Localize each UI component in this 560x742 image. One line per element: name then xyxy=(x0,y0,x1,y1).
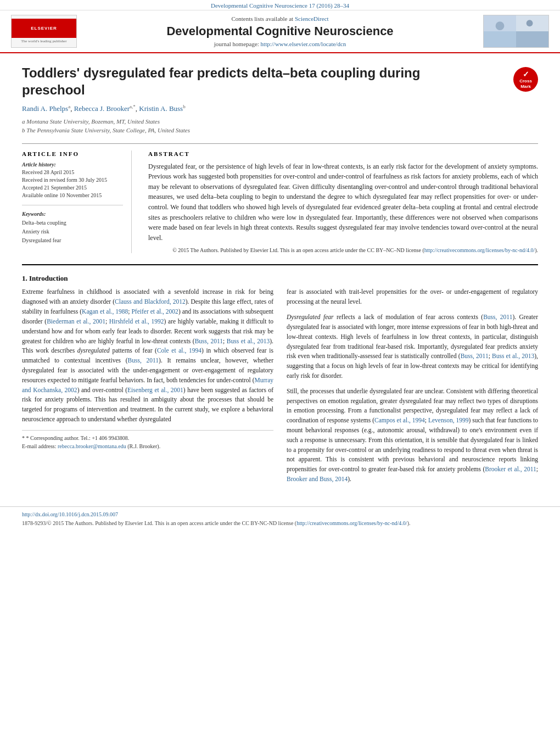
body-para-1: Extreme fearfulness in childhood is asso… xyxy=(22,287,273,424)
ref-buss2011c[interactable]: Buss, 2011 xyxy=(483,314,512,320)
bottom-bar: http://dx.doi.org/10.1016/j.dcn.2015.09.… xyxy=(0,506,560,532)
crossmark-badge[interactable]: ✓ CrossMark xyxy=(513,67,538,92)
journal-header: ELSEVIER The world's leading publisher C… xyxy=(0,10,560,53)
ref-eisenberg[interactable]: Eisenberg et al., 2001 xyxy=(127,387,183,393)
keyword-2: Anxiety risk xyxy=(22,227,123,236)
ref-hirshfeld[interactable]: Hirshfeld et al., 1992 xyxy=(109,318,164,325)
open-access-text: © 2015 The Authors. Published by Elsevie… xyxy=(172,247,538,253)
affiliation-b: b The Pennsylvania State University, Sta… xyxy=(22,126,538,135)
ref-clauss[interactable]: Clauss and Blackford, 2012 xyxy=(115,298,186,305)
footnote-corresponding: * * Corresponding author. Tel.: +1 406 9… xyxy=(22,434,273,442)
svg-point-5 xyxy=(496,21,505,30)
body-separator xyxy=(22,264,538,265)
elsevier-logo-area: ELSEVIER The world's leading publisher xyxy=(11,15,82,48)
ref-buss2013b[interactable]: Buss et al., 2013 xyxy=(492,353,534,359)
body-left-col: Extreme fearfulness in childhood is asso… xyxy=(22,287,273,489)
affiliations: a Montana State University, Bozeman, MT,… xyxy=(22,117,538,135)
history-label: Article history: xyxy=(22,161,123,168)
received-date: Received 28 April 2015 xyxy=(22,169,123,176)
article-info-column: ARTICLE INFO Article history: Received 2… xyxy=(22,150,132,254)
ref-brooker2011[interactable]: Brooker et al., 2011 xyxy=(485,466,536,472)
footnote-name: (R.J. Brooker). xyxy=(127,443,160,449)
contents-available-line: Contents lists available at ScienceDirec… xyxy=(82,15,478,22)
ref-buss2013[interactable]: Buss et al., 2013 xyxy=(227,338,270,344)
revised-date: Received in revised form 30 July 2015 xyxy=(22,176,123,184)
journal-title: Developmental Cognitive Neuroscience xyxy=(82,24,478,38)
article-history: Article history: Received 28 April 2015 … xyxy=(22,161,123,199)
authors-line: Randi A. Phelpsa, Rebecca J. Brookera,*,… xyxy=(22,104,538,113)
article-title: Toddlers' dysregulated fear predicts del… xyxy=(22,64,472,98)
body-para-3: Dysregulated fear reflects a lack of mod… xyxy=(287,313,538,381)
article-title-section: Toddlers' dysregulated fear predicts del… xyxy=(22,64,538,98)
accepted-date: Accepted 21 September 2015 xyxy=(22,184,123,192)
ref-buss2011b[interactable]: Buss, 2011 xyxy=(128,357,159,364)
open-access-line: © 2015 The Authors. Published by Elsevie… xyxy=(148,247,538,253)
footnote-star-symbol: * xyxy=(22,435,26,441)
info-divider xyxy=(22,205,123,205)
journal-cover-image xyxy=(483,15,549,48)
body-two-columns: Extreme fearfulness in childhood is asso… xyxy=(22,287,538,489)
ref-pfeifer[interactable]: Pfeifer et al., 2002 xyxy=(131,308,178,315)
body-para-4: Still, the processes that underlie dysre… xyxy=(287,387,538,484)
article-info-header: ARTICLE INFO xyxy=(22,150,123,157)
ref-levenson[interactable]: Levenson, 1999 xyxy=(428,417,469,423)
affiliation-a: a Montana State University, Bozeman, MT,… xyxy=(22,117,538,126)
ref-buss2011d[interactable]: Buss, 2011 xyxy=(461,353,489,359)
intro-section-title: 1. Introduction xyxy=(22,274,538,283)
journal-citation: Developmental Cognitive Neuroscience 17 … xyxy=(211,2,349,9)
svg-rect-4 xyxy=(516,31,548,48)
keyword-3: Dysregulated fear xyxy=(22,236,123,245)
ref-biederman[interactable]: Biederman et al., 2001 xyxy=(47,318,105,325)
doi-link[interactable]: http://dx.doi.org/10.1016/j.dcn.2015.09.… xyxy=(22,511,538,517)
email-label: E-mail address: xyxy=(22,443,56,449)
footnote-author-info: * Corresponding author. Tel.: +1 406 994… xyxy=(26,435,130,441)
elsevier-logo: ELSEVIER The world's leading publisher xyxy=(11,15,77,48)
cc-license-link[interactable]: http://creativecommons.org/licenses/by-n… xyxy=(424,247,535,253)
author-buss[interactable]: Kristin A. Buss xyxy=(139,105,183,113)
keyword-1: Delta–beta coupling xyxy=(22,219,123,227)
ref-kagan[interactable]: Kagan et al., 1988 xyxy=(82,308,128,315)
journal-center-info: Contents lists available at ScienceDirec… xyxy=(82,15,478,47)
abstract-column: ABSTRACT Dysregulated fear, or the persi… xyxy=(148,150,538,254)
abstract-text: Dysregulated fear, or the persistence of… xyxy=(148,161,538,243)
ref-cole[interactable]: Cole et al., 1994 xyxy=(157,347,201,354)
available-date: Available online 10 November 2015 xyxy=(22,192,123,199)
homepage-line: journal homepage: http://www.elsevier.co… xyxy=(82,41,478,47)
ref-campos[interactable]: Campos et al., 1994 xyxy=(374,417,425,423)
article-info-abstract: ARTICLE INFO Article history: Received 2… xyxy=(22,143,538,254)
journal-citation-bar: Developmental Cognitive Neuroscience 17 … xyxy=(0,0,560,10)
ref-brooker-buss[interactable]: Brooker and Buss, 2014 xyxy=(287,476,348,482)
homepage-link[interactable]: http://www.elsevier.com/locate/dcn xyxy=(261,41,346,47)
svg-rect-3 xyxy=(484,31,516,48)
ref-buss2011[interactable]: Buss, 2011 xyxy=(195,338,223,344)
footnote-email-line: E-mail address: rebecca.brooker@montana.… xyxy=(22,442,273,450)
footnote-area: * * Corresponding author. Tel.: +1 406 9… xyxy=(22,430,273,450)
issn-line: 1878-9293/© 2015 The Authors. Published … xyxy=(22,519,538,527)
email-link[interactable]: rebecca.brooker@montana.edu xyxy=(58,443,126,449)
author-phelps[interactable]: Randi A. Phelps xyxy=(22,105,68,113)
issn-license-link[interactable]: http://creativecommons.org/licenses/by-n… xyxy=(296,520,407,526)
keywords-label: Keywords: xyxy=(22,211,123,217)
body-para-2: fear is associated with trait-level prop… xyxy=(287,287,538,307)
main-content: Toddlers' dysregulated fear predicts del… xyxy=(0,53,560,501)
sciencedirect-link[interactable]: ScienceDirect xyxy=(295,15,329,22)
abstract-header: ABSTRACT xyxy=(148,150,538,157)
journal-cover-area xyxy=(478,15,549,48)
keywords-block: Keywords: Delta–beta coupling Anxiety ri… xyxy=(22,211,123,245)
author-brooker[interactable]: Rebecca J. Brooker xyxy=(74,105,130,113)
body-right-col: fear is associated with trait-level prop… xyxy=(287,287,538,489)
svg-point-6 xyxy=(527,20,533,26)
